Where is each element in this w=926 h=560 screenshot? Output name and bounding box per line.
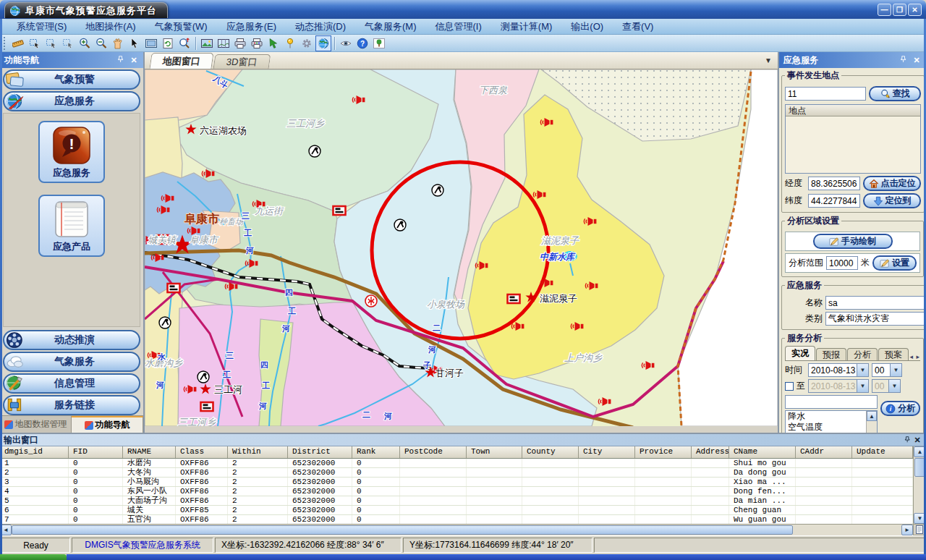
to-checkbox[interactable]	[785, 382, 794, 391]
title-bar[interactable]: 阜康市气象预警应急服务平台 — ❐ ✕	[0, 0, 926, 19]
table-row[interactable]: 20大冬沟OXFF8626523020000Da dong gou	[0, 468, 913, 478]
column-header[interactable]: District	[288, 446, 352, 458]
analyze-button[interactable]: 分析	[880, 401, 920, 416]
full-extent-icon[interactable]	[143, 35, 159, 51]
nav-section-button[interactable]: 服务链接	[3, 395, 140, 415]
measure-ruler-icon[interactable]	[10, 35, 26, 51]
find-button[interactable]: 查找	[869, 86, 921, 101]
column-header[interactable]: Address	[692, 446, 729, 458]
map-tab-list-arrow-icon[interactable]: ▼	[765, 56, 772, 64]
zoom-in-icon[interactable]	[77, 35, 93, 51]
pan-hand-icon[interactable]	[110, 35, 126, 51]
select-lasso-icon[interactable]	[60, 35, 76, 51]
locate-to-button[interactable]: 定位到	[863, 193, 921, 208]
map-tab[interactable]: 地图窗口	[149, 53, 213, 69]
nav-bottom-tab[interactable]: 功能导航	[72, 416, 143, 433]
legend-tree-icon[interactable]	[371, 35, 387, 51]
start-button-edge[interactable]	[0, 554, 67, 560]
export-map-icon[interactable]	[216, 35, 232, 51]
map-canvas[interactable]: 八斗六运湖农场三工河乡下西泉九运街阜康市种畜场城关镇阜康市滋泥泉子中新水库滋泥泉…	[145, 69, 778, 425]
column-header[interactable]: Update	[852, 446, 913, 458]
column-header[interactable]: Class	[176, 446, 228, 458]
restore-button[interactable]: ❐	[893, 4, 906, 16]
close-icon[interactable]: ✕	[912, 435, 922, 445]
analysis-tab[interactable]: 预案	[878, 348, 909, 360]
pin-icon[interactable]	[902, 435, 912, 445]
locate-arrow-icon[interactable]	[266, 35, 281, 51]
menu-item[interactable]: 系统管理(S)	[7, 19, 76, 35]
set-range-button[interactable]: 设置	[872, 255, 917, 271]
column-header[interactable]: Town	[467, 446, 522, 458]
hour-select[interactable]: 00 ▼	[872, 363, 902, 377]
nav-section-button[interactable]: 动态推演	[3, 330, 140, 350]
pin-icon[interactable]	[899, 55, 909, 65]
element-list[interactable]: ▲ 降水空气温度	[785, 410, 878, 433]
pin-icon[interactable]	[116, 55, 126, 65]
analysis-list-item[interactable]: 空气温度	[786, 422, 877, 433]
latitude-input[interactable]	[808, 194, 860, 208]
table-row[interactable]: 10水磨沟OXFF8626523020000Shui mo gou	[0, 459, 913, 468]
location-list-header[interactable]: 地点	[786, 105, 920, 116]
zoom-to-scale-icon[interactable]	[177, 35, 192, 51]
select-box-icon[interactable]	[43, 35, 59, 51]
column-header[interactable]: Provice	[635, 446, 692, 458]
zoom-out-icon[interactable]	[93, 35, 109, 51]
help-icon[interactable]	[354, 35, 370, 51]
print-icon[interactable]	[232, 35, 248, 51]
menu-item[interactable]: 动态推演(D)	[286, 19, 355, 35]
column-header[interactable]: Rank	[352, 446, 400, 458]
table-row[interactable]: 60城关OXFF8526523020000Cheng guan	[0, 506, 913, 515]
minimize-button[interactable]: —	[878, 4, 891, 16]
click-locate-button[interactable]: 点击定位	[863, 176, 921, 191]
nav-section-button[interactable]: 应急服务	[3, 91, 140, 111]
nav-section-button[interactable]: 信息管理	[3, 373, 140, 394]
refresh-view-icon[interactable]	[160, 35, 176, 51]
menu-item[interactable]: 气象服务(M)	[355, 19, 426, 35]
analysis-tab[interactable]: 预报	[816, 348, 846, 360]
location-list-body[interactable]	[786, 116, 920, 173]
range-input[interactable]	[826, 256, 858, 270]
table-row[interactable]: 30小马厩沟OXFF8626523020000Xiao ma ...	[0, 478, 913, 487]
select-arrow-icon[interactable]	[27, 35, 43, 51]
location-search-input[interactable]	[785, 87, 866, 101]
nav-bottom-tab[interactable]: 地图数据管理	[0, 416, 72, 433]
column-header[interactable]: City	[579, 446, 635, 458]
column-header[interactable]: FID	[69, 446, 123, 458]
settings-gear-icon[interactable]	[299, 35, 315, 51]
column-header[interactable]: dmgis_id	[0, 446, 69, 458]
analysis-list-item[interactable]: 降水	[786, 411, 877, 422]
menu-item[interactable]: 信息管理(I)	[426, 19, 491, 35]
column-header[interactable]: PostCode	[400, 446, 467, 458]
output-horizontal-scrollbar[interactable]: ◄ ►	[0, 524, 913, 535]
menu-item[interactable]: 查看(V)	[613, 19, 663, 35]
pointer-arrow-icon[interactable]	[127, 35, 143, 51]
date-select[interactable]: 2010-08-13 ▼	[808, 363, 869, 377]
scroll-thumb[interactable]	[12, 525, 793, 535]
column-header[interactable]: Within	[228, 446, 288, 458]
tab-scroll-arrows[interactable]: ◂ ▸	[909, 353, 920, 360]
service-type-select[interactable]: 气象和洪水灾害 ▼	[825, 312, 926, 326]
table-row[interactable]: 40东风一小队OXFF8626523020000Dong fen...	[0, 487, 913, 496]
menu-item[interactable]: 气象预警(W)	[145, 19, 217, 35]
column-header[interactable]: RNAME	[123, 446, 176, 458]
nav-item-button[interactable]: 应急产品	[38, 195, 105, 257]
toolbar-grip[interactable]	[4, 37, 7, 50]
close-button[interactable]: ✕	[908, 4, 922, 16]
list-scrollbar[interactable]: ▲	[866, 411, 877, 433]
menu-item[interactable]: 地图操作(A)	[76, 19, 145, 35]
column-header[interactable]: CAddr	[796, 446, 852, 458]
service-name-input[interactable]	[825, 296, 926, 310]
longitude-input[interactable]	[808, 177, 860, 190]
toggle-visibility-eye-icon[interactable]	[338, 35, 354, 51]
table-row[interactable]: 50大面场子沟OXFF8626523020000Da mian ...	[0, 496, 913, 506]
close-icon[interactable]: ✕	[912, 55, 922, 65]
map-service-globe-icon[interactable]	[315, 35, 331, 51]
menu-item[interactable]: 测量计算(M)	[491, 19, 562, 35]
menu-item[interactable]: 输出(O)	[561, 19, 613, 35]
export-image-icon[interactable]	[199, 35, 215, 51]
column-header[interactable]: County	[522, 446, 579, 458]
location-list[interactable]: 地点	[785, 104, 921, 174]
map-tab[interactable]: 3D窗口	[213, 54, 271, 69]
chevron-down-icon[interactable]: ▼	[857, 364, 868, 376]
nav-section-button[interactable]: 气象服务	[3, 352, 140, 372]
